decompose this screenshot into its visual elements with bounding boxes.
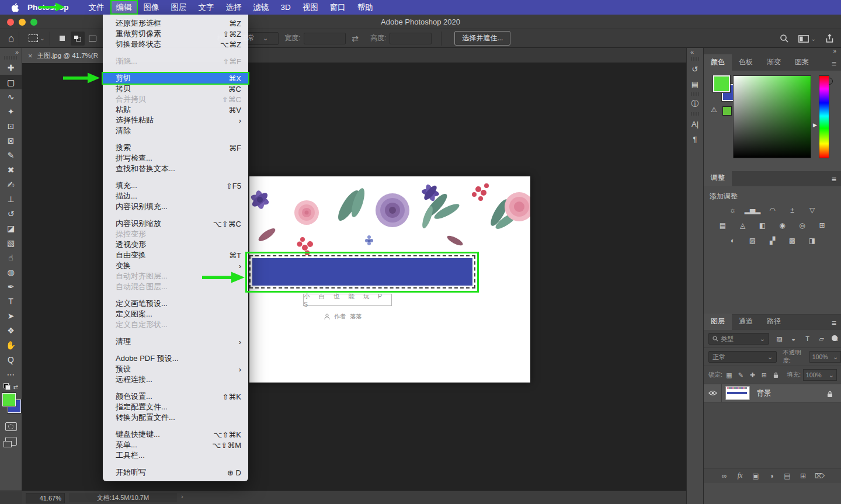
paragraph-panel-icon[interactable]: ¶ — [687, 131, 703, 147]
menu-item-purge[interactable]: 清理› — [103, 336, 248, 347]
gamut-warning-icon[interactable]: ⚠ — [711, 106, 717, 114]
subtract-from-selection-icon[interactable] — [86, 32, 100, 46]
layer-styles-icon[interactable]: fx — [736, 471, 744, 480]
type-tool[interactable]: T — [0, 294, 22, 308]
menu-item-redo[interactable]: 重做剪切像素⇧⌘Z — [103, 29, 248, 39]
menu-item-assign-profile[interactable]: 指定配置文件... — [103, 402, 248, 412]
history-brush-tool[interactable]: ↺ — [0, 206, 22, 221]
menu-item-perspective-warp[interactable]: 透视变形 — [103, 239, 248, 250]
menu-item-transform[interactable]: 变换› — [103, 260, 248, 271]
menu-item-adobe-pdf-presets[interactable]: Adobe PDF 预设... — [103, 353, 248, 364]
info-panel-icon[interactable]: ⓘ — [687, 96, 703, 112]
menubar-item-edit[interactable]: 编辑 — [110, 0, 138, 15]
dodge-tool[interactable]: ◍ — [0, 265, 22, 279]
apple-logo-icon[interactable] — [11, 3, 19, 12]
blend-mode-select[interactable]: 正常 ⌄ — [708, 351, 777, 363]
quick-mask-mode-icon[interactable] — [5, 422, 17, 431]
filter-pixel-layers-icon[interactable]: ▨ — [774, 333, 785, 345]
menu-item-find-and-replace[interactable]: 查找和替换文本... — [103, 164, 248, 174]
brightness-contrast-icon[interactable]: ☼ — [725, 204, 740, 216]
menubar-item-type[interactable]: 文字 — [193, 0, 220, 15]
layer-visibility-toggle[interactable] — [704, 384, 722, 402]
menu-item-free-transform[interactable]: 自由变换⌘T — [103, 250, 248, 260]
status-options-chevron[interactable]: › — [181, 493, 183, 500]
menubar-item-help[interactable]: 帮助 — [352, 0, 379, 15]
lock-transparent-pixels-icon[interactable]: ▦ — [724, 370, 734, 380]
menu-item-check-spelling[interactable]: 拼写检查... — [103, 153, 248, 164]
exposure-icon[interactable]: ± — [785, 204, 800, 216]
menu-item-define-pattern[interactable]: 定义图案... — [103, 309, 248, 319]
menu-item-menus[interactable]: 菜单...⌥⇧⌘M — [103, 440, 248, 450]
new-adjustment-layer-icon[interactable]: ◑ — [767, 472, 776, 480]
menu-item-paste[interactable]: 粘贴⌘V — [103, 105, 248, 115]
menubar-item-filter[interactable]: 滤镜 — [248, 0, 275, 15]
opacity-select[interactable]: 100% ⌄ — [809, 351, 841, 363]
brush-tool[interactable]: ✍ — [0, 177, 22, 192]
layer-row-background[interactable]: 背景 — [704, 384, 841, 402]
layer-thumbnail[interactable] — [725, 386, 750, 400]
character-panel-icon[interactable]: A| — [687, 116, 703, 131]
share-icon[interactable] — [825, 34, 834, 43]
channel-mixer-icon[interactable]: ◎ — [795, 219, 809, 231]
filter-toggle-icon[interactable] — [832, 335, 837, 341]
menu-item-search[interactable]: 搜索⌘F — [103, 142, 248, 153]
workspace-switcher[interactable]: ⌄ — [798, 35, 816, 43]
menu-item-fill[interactable]: 填充...⇧F5 — [103, 180, 248, 191]
expand-toolbar-icon[interactable]: » — [0, 48, 22, 55]
hue-slider[interactable] — [819, 75, 829, 158]
menu-item-convert-to-profile[interactable]: 转换为配置文件... — [103, 412, 248, 423]
hue-saturation-icon[interactable]: ▤ — [715, 219, 730, 231]
color-balance-icon[interactable]: ◬ — [735, 219, 750, 231]
tab-色板[interactable]: 色板 — [732, 54, 760, 71]
current-tool-badge[interactable]: ⌄ — [29, 34, 44, 42]
menu-item-start-dictation[interactable]: 开始听写⊕ D — [103, 467, 248, 478]
menu-item-toggle-last-state[interactable]: 切换最终状态⌥⌘Z — [103, 39, 248, 50]
curves-icon[interactable]: ◠ — [765, 204, 780, 216]
close-tab-icon[interactable]: × — [28, 51, 33, 60]
clone-stamp-tool[interactable]: ⊥ — [0, 192, 22, 206]
black-white-icon[interactable]: ◧ — [755, 219, 770, 231]
crop-tool[interactable]: ⊡ — [0, 119, 22, 133]
menu-item-copy[interactable]: 拷贝⌘C — [103, 84, 248, 94]
filter-adjustment-layers-icon[interactable]: ◒ — [788, 333, 799, 345]
menu-item-keyboard-shortcuts[interactable]: 键盘快捷键...⌥⇧⌘K — [103, 429, 248, 440]
collapse-panels-icon[interactable]: « — [687, 48, 703, 57]
menu-item-content-aware-fill[interactable]: 内容识别填充... — [103, 201, 248, 212]
document-sizes[interactable]: 文档:14.5M/10.7M — [69, 493, 177, 502]
menu-item-clear[interactable]: 清除 — [103, 126, 248, 136]
selective-color-icon[interactable]: ◨ — [805, 234, 819, 246]
canvas[interactable]: 小 白 也 能 玩 P S 作者 落落 — [249, 176, 530, 383]
swap-width-height-icon[interactable]: ⇄ — [352, 34, 359, 43]
select-and-mask-button[interactable]: 选择并遮住... — [454, 31, 510, 46]
lock-position-icon[interactable]: ✚ — [748, 370, 757, 380]
foreground-color-swatch[interactable] — [2, 393, 16, 406]
menu-item-toolbar[interactable]: 工具栏... — [103, 450, 248, 461]
menubar-item-3d[interactable]: 3D — [275, 0, 297, 15]
eyedropper-tool[interactable]: ✎ — [0, 148, 22, 162]
height-input[interactable] — [390, 33, 432, 44]
menu-item-stroke[interactable]: 描边... — [103, 191, 248, 201]
color-lookup-icon[interactable]: ⊞ — [815, 219, 829, 231]
new-selection-icon[interactable] — [55, 32, 69, 46]
lock-artboard-icon[interactable]: ⊞ — [759, 370, 769, 380]
app-name[interactable]: Photoshop — [27, 3, 69, 12]
more-tools[interactable]: ⋯ — [0, 367, 22, 381]
delete-layer-icon[interactable]: ⌦ — [815, 472, 825, 480]
libraries-panel-icon[interactable]: ▤ — [687, 77, 703, 92]
saturation-brightness-picker[interactable] — [733, 75, 811, 158]
magic-wand-tool[interactable]: ✦ — [0, 104, 22, 119]
add-layer-mask-icon[interactable]: ▣ — [752, 472, 760, 480]
screen-mode-icon[interactable] — [5, 437, 17, 446]
panel-menu-icon[interactable]: ≡ — [832, 175, 836, 184]
menubar-item-layer[interactable]: 图层 — [165, 0, 193, 15]
new-group-icon[interactable]: ▤ — [783, 472, 791, 480]
expand-panels-icon[interactable]: » — [833, 48, 836, 54]
posterize-icon[interactable]: ▨ — [745, 234, 760, 246]
menu-item-cut[interactable]: 剪切⌘X — [103, 73, 248, 84]
layer-filter-select[interactable]: 类型 ⌄ — [708, 333, 769, 345]
menubar-item-window[interactable]: 窗口 — [324, 0, 352, 15]
menu-item-content-aware-scale[interactable]: 内容识别缩放⌥⇧⌘C — [103, 218, 248, 229]
home-icon[interactable]: ⌂ — [8, 33, 14, 44]
panel-menu-icon[interactable]: ≡ — [832, 318, 836, 328]
history-panel-icon[interactable]: ↺ — [687, 61, 703, 77]
